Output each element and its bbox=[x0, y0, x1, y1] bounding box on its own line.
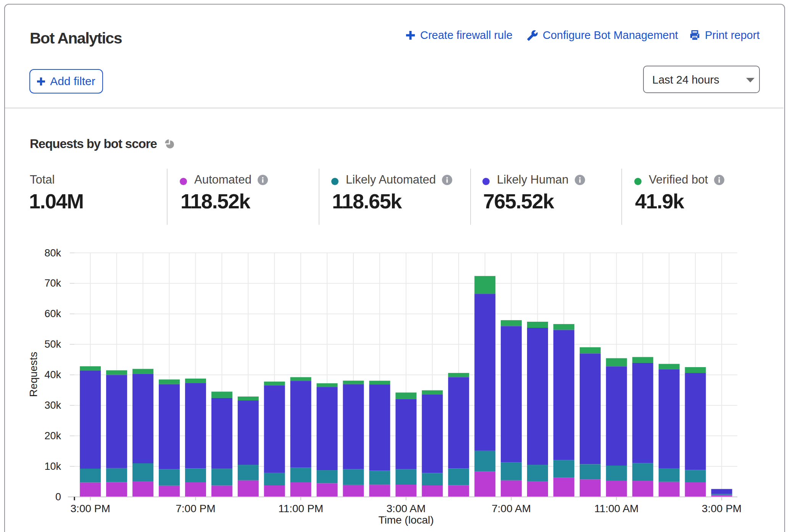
svg-text:30k: 30k bbox=[44, 400, 61, 411]
svg-text:80k: 80k bbox=[44, 247, 61, 259]
svg-text:3:00 PM: 3:00 PM bbox=[71, 503, 110, 514]
svg-text:7:00 PM: 7:00 PM bbox=[176, 503, 215, 514]
svg-text:0: 0 bbox=[55, 491, 61, 503]
svg-text:3:00 AM: 3:00 AM bbox=[387, 503, 426, 514]
svg-text:40k: 40k bbox=[44, 369, 61, 380]
svg-text:60k: 60k bbox=[44, 308, 61, 319]
svg-text:70k: 70k bbox=[44, 277, 61, 289]
svg-text:11:00 AM: 11:00 AM bbox=[594, 503, 638, 514]
svg-text:20k: 20k bbox=[44, 430, 61, 442]
svg-text:10k: 10k bbox=[44, 461, 61, 472]
svg-text:Requests: Requests bbox=[27, 352, 39, 397]
svg-text:7:00 AM: 7:00 AM bbox=[492, 503, 531, 514]
svg-text:3:00 PM: 3:00 PM bbox=[702, 503, 742, 514]
svg-text:Time (local): Time (local) bbox=[378, 514, 434, 526]
svg-text:50k: 50k bbox=[44, 339, 61, 350]
svg-text:11:00 PM: 11:00 PM bbox=[278, 503, 323, 514]
